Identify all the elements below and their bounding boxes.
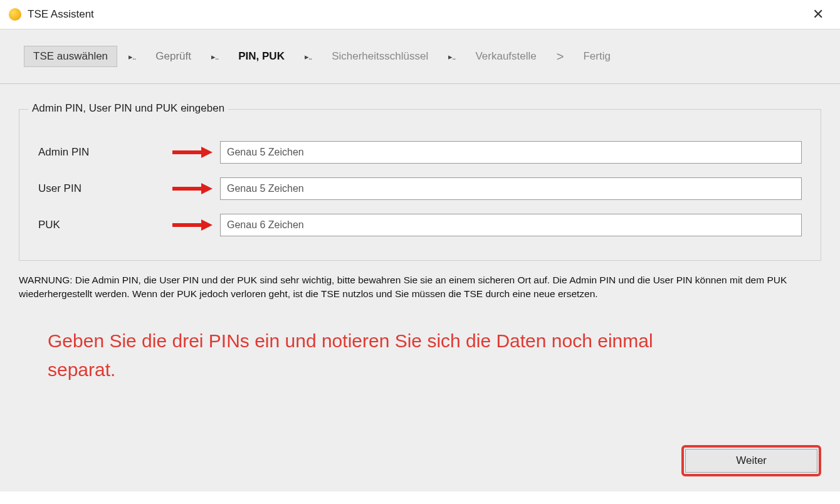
svg-marker-5 (201, 219, 213, 231)
puk-input[interactable] (220, 214, 802, 236)
step-security-key[interactable]: Sicherheitsschlüssel (323, 46, 437, 66)
step-done[interactable]: Fertig (574, 46, 619, 66)
fieldset-legend: Admin PIN, User PIN und PUK eingeben (28, 102, 228, 115)
svg-marker-3 (201, 183, 213, 194)
close-icon[interactable]: ✕ (807, 4, 829, 25)
pin-fieldset: Admin PIN, User PIN und PUK eingeben Adm… (19, 109, 821, 261)
wizard-steps: TSE auswählen ▸.. Geprüft ▸.. PIN, PUK ▸… (0, 29, 840, 84)
step-checked[interactable]: Geprüft (147, 46, 200, 66)
puk-row: PUK (38, 214, 802, 236)
puk-label: PUK (38, 219, 164, 231)
annotation-text: Geben Sie die drei PINs ein und notieren… (48, 327, 725, 385)
user-pin-row: User PIN (38, 177, 802, 200)
step-pos[interactable]: Verkaufstelle (466, 46, 545, 66)
admin-pin-input[interactable] (220, 141, 802, 164)
step-separator-icon: ▸.. (207, 52, 222, 61)
svg-marker-1 (201, 147, 213, 158)
titlebar: TSE Assistent ✕ (0, 0, 840, 29)
user-pin-input[interactable] (220, 177, 802, 200)
app-icon (9, 8, 21, 21)
warning-text: WARNUNG: Die Admin PIN, die User PIN und… (19, 273, 821, 302)
step-separator-icon: > (553, 50, 567, 64)
step-separator-icon: ▸.. (444, 52, 459, 61)
title-left: TSE Assistent (9, 8, 94, 21)
next-button[interactable]: Weiter (685, 449, 817, 473)
admin-pin-label: Admin PIN (38, 146, 164, 159)
arrow-right-icon (164, 146, 220, 159)
step-separator-icon: ▸.. (301, 52, 315, 61)
step-separator-icon: ▸.. (125, 52, 139, 61)
step-tse-select[interactable]: TSE auswählen (24, 46, 117, 67)
footer: Weiter (681, 445, 821, 476)
arrow-right-icon (164, 219, 220, 231)
user-pin-label: User PIN (38, 182, 164, 195)
window-title: TSE Assistent (28, 8, 94, 21)
content-area: Admin PIN, User PIN und PUK eingeben Adm… (0, 84, 840, 491)
next-button-highlight: Weiter (681, 445, 821, 476)
step-pin-puk[interactable]: PIN, PUK (229, 46, 293, 66)
admin-pin-row: Admin PIN (38, 141, 802, 164)
arrow-right-icon (164, 182, 220, 195)
